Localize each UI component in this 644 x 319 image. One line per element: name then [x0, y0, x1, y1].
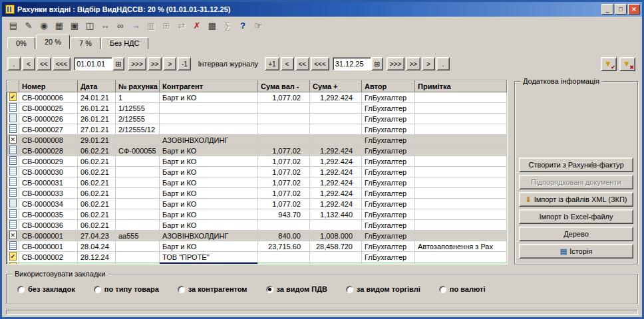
date-from-calendar-button[interactable]: ⊞ [112, 57, 124, 70]
nav-button[interactable]: <<< [311, 57, 329, 70]
filter-clear-button[interactable]: ▼ ✖ [619, 57, 635, 71]
radio-icon [17, 286, 25, 293]
edit-button[interactable]: ✎ [21, 19, 36, 33]
nav-button[interactable]: >>> [128, 57, 146, 70]
context-help-button[interactable]: ☞ [251, 19, 265, 33]
cell-note [415, 92, 507, 103]
column-settings-button[interactable]: ▥ [144, 19, 158, 33]
table-row[interactable]: СВ-000003306.02.21Барт и КО1,077.021,292… [7, 188, 507, 199]
table-row[interactable]: СВ-000003506.02.21Барт и КО943.701,132.4… [7, 209, 507, 220]
radio-option[interactable]: за видом торгівлі [346, 285, 420, 293]
nav-button[interactable]: << [37, 57, 51, 70]
table-row[interactable]: СВ-000003406.02.21Барт и КО1,077.021,292… [7, 199, 507, 209]
history-label: Історія [569, 247, 592, 255]
cell-num: СВ-0000030 [19, 167, 78, 177]
radio-option[interactable]: без закладок [17, 285, 75, 293]
close-button[interactable]: ✕ [628, 4, 640, 15]
import-xml-label: Імпорт із файлів XML (ЗКП) [534, 195, 627, 203]
go-to-button[interactable]: ⇄ [174, 19, 189, 33]
copy-button[interactable]: ▣ [67, 19, 82, 33]
table-row[interactable]: СВ-000000128.04.24Барт и КО23,715.6028,4… [7, 241, 507, 252]
tab[interactable]: 0% [7, 37, 35, 49]
doc-icon [9, 156, 17, 165]
cell-sum2: 1,292.424 [310, 92, 362, 103]
table-grid-button[interactable]: ⊞ [159, 19, 174, 33]
table-row[interactable]: СВ-000000829.01.21АЗОВІНВХОЛДИНГГлБухгал… [7, 135, 507, 146]
cell-sum1 [258, 252, 310, 263]
subordinate-documents-button[interactable]: Підпорядковані документи [519, 175, 633, 189]
radio-option[interactable]: по валюті [439, 285, 486, 293]
cell-sum1: 1,077.02 [258, 92, 310, 103]
totals-button[interactable]: ∑ [220, 19, 235, 33]
import-xml-button[interactable]: ⇓Імпорт із файлів XML (ЗКП) [519, 192, 633, 207]
doc-icon [9, 241, 17, 250]
view-button[interactable]: ◉ [37, 19, 51, 33]
radio-option[interactable]: по типу товара [94, 285, 159, 293]
tree-button[interactable]: Дерево [519, 227, 633, 241]
radio-option[interactable]: за контрагентом [178, 285, 247, 293]
cell-account: 602 [116, 263, 160, 265]
cell-date: 06.02.21 [78, 199, 116, 209]
nav-button[interactable]: << [295, 57, 310, 70]
nav-button[interactable]: <<< [53, 57, 71, 70]
create-from-invoices-button[interactable]: Створити з Рахунків-фактур [519, 158, 633, 172]
nav-button[interactable]: < [281, 57, 294, 70]
table-row[interactable]: СВ-000000123.12.25602АЗОВІНВХОЛДИНГ43,18… [7, 263, 507, 265]
cell-contragent [160, 114, 258, 124]
nav-button[interactable]: < [22, 57, 35, 70]
cell-contragent [160, 124, 258, 135]
filter-apply-button[interactable]: ▼ ✔ [601, 57, 617, 71]
print-document-button[interactable]: ▦ [52, 19, 67, 33]
history-button[interactable]: ▤Історія [519, 244, 633, 259]
date-to-field[interactable]: 31.12.25 [333, 57, 371, 70]
cell-contragent: АЗОВІНВХОЛДИНГ [160, 231, 258, 241]
maximize-button[interactable]: □ [615, 4, 627, 15]
delete-button[interactable]: ✗ [190, 19, 204, 33]
copy-icon: ▣ [71, 21, 79, 31]
table-row[interactable]: СВ-000000228.12.24ТОВ "ПРОТЕ"ГлБухгалтер [7, 252, 507, 263]
search-document-button[interactable]: ◫ [82, 19, 97, 33]
table-row[interactable]: СВ-000003106.02.21Барт и КО1,077.021,292… [7, 177, 507, 188]
tab[interactable]: 7 % [71, 37, 100, 49]
cell-sum2: 51,816.132 [310, 263, 362, 265]
table-row[interactable]: СВ-000002806.02.21СФ-000055Барт и КО1,07… [7, 146, 507, 156]
date-from-field[interactable]: 01.01.01 [74, 57, 112, 70]
tab[interactable]: Без НДС [101, 37, 148, 49]
import-excel-button[interactable]: Імпорт із Excel-файлу [519, 209, 633, 224]
filter-settings-button[interactable]: ▩ [205, 19, 220, 33]
minimize-button[interactable]: _ [601, 4, 613, 15]
help-button[interactable]: ? [236, 19, 250, 33]
tab[interactable]: 20 % [36, 35, 70, 49]
table-row[interactable]: СВ-000003006.02.21Барт и КО1,077.021,292… [7, 167, 507, 177]
cell-author: ГлБухгалтер [362, 124, 415, 135]
cell-contragent: Барт и КО [160, 167, 258, 177]
column-header: Примітка [415, 81, 507, 92]
nav-button[interactable]: . [7, 57, 21, 70]
print-button[interactable]: ▤ [6, 19, 21, 33]
table-row[interactable]: СВ-000000624.01.211Барт и КО1,077.021,29… [7, 92, 507, 103]
table-row[interactable]: СВ-000002727.01.212/12555/12ГлБухгалтер [7, 124, 507, 135]
cell-sum1 [258, 135, 310, 146]
nav-button[interactable]: > [163, 57, 176, 70]
nav-button[interactable]: >> [148, 57, 162, 70]
nav-button[interactable]: > [422, 57, 435, 70]
radio-option[interactable]: за видом ПДВ [266, 285, 327, 293]
table-row[interactable]: СВ-000000127.04.23aa555АЗОВІНВХОЛДИНГ840… [7, 231, 507, 241]
date-to-calendar-button[interactable]: ⊞ [371, 57, 383, 70]
table-row[interactable]: СВ-000003606.02.21Барт и КОГлБухгалтер [7, 220, 507, 231]
cell-account [116, 156, 160, 167]
cell-sum2: 1,292.424 [310, 146, 362, 156]
nav-button[interactable]: >> [406, 57, 420, 70]
nav-button[interactable]: -1 [178, 57, 191, 70]
nav-button[interactable]: . [436, 57, 450, 70]
fit-width-button[interactable]: ↔ [98, 19, 112, 33]
table-row[interactable]: СВ-000002526.01.211/12555ГлБухгалтер [7, 103, 507, 114]
nav-button[interactable]: >>> [387, 57, 405, 70]
nav-button[interactable]: +1 [265, 57, 279, 70]
enter-based-on-button[interactable]: → [128, 19, 143, 33]
table-row[interactable]: СВ-000002906.02.21Барт и КО1,077.021,292… [7, 156, 507, 167]
table-row[interactable]: СВ-000002626.01.212/12555ГлБухгалтер [7, 114, 507, 124]
cell-contragent: Барт и КО [160, 199, 258, 209]
binoculars-button[interactable]: ∞ [113, 19, 128, 33]
cell-sum2 [310, 103, 362, 114]
